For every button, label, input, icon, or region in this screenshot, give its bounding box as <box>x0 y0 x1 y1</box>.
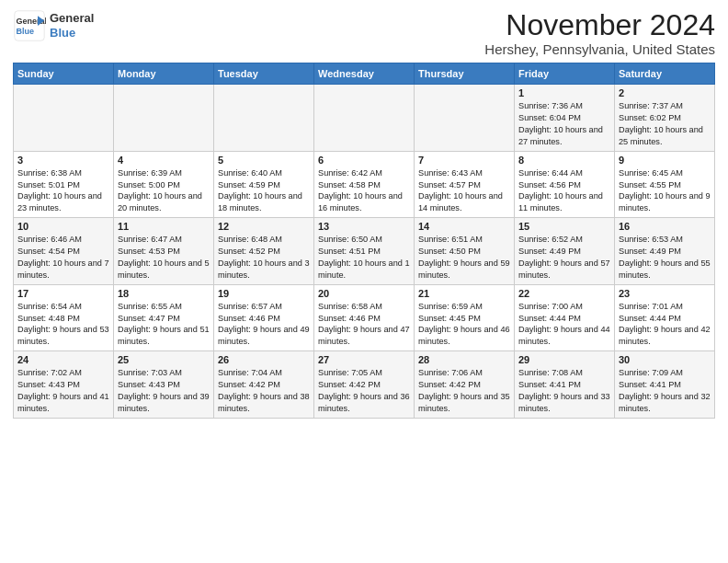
day-number: 8 <box>518 155 610 166</box>
calendar-cell <box>114 85 214 152</box>
weekday-row: SundayMondayTuesdayWednesdayThursdayFrid… <box>14 63 715 85</box>
day-info: Sunrise: 6:54 AMSunset: 4:48 PMDaylight:… <box>17 301 109 349</box>
day-info: Sunrise: 6:38 AMSunset: 5:01 PMDaylight:… <box>17 167 109 215</box>
calendar-week: 10Sunrise: 6:46 AMSunset: 4:54 PMDayligh… <box>14 218 715 285</box>
day-info: Sunrise: 6:52 AMSunset: 4:49 PMDaylight:… <box>518 234 610 282</box>
calendar-week: 1Sunrise: 7:36 AMSunset: 6:04 PMDaylight… <box>14 85 715 152</box>
calendar-cell: 17Sunrise: 6:54 AMSunset: 4:48 PMDayligh… <box>14 284 114 351</box>
day-number: 23 <box>619 288 711 299</box>
day-info: Sunrise: 7:04 AMSunset: 4:42 PMDaylight:… <box>218 367 310 415</box>
day-number: 25 <box>118 354 210 365</box>
calendar-header: SundayMondayTuesdayWednesdayThursdayFrid… <box>14 63 715 85</box>
svg-text:Blue: Blue <box>17 27 35 36</box>
day-number: 21 <box>418 288 510 299</box>
day-number: 18 <box>118 288 210 299</box>
calendar-cell <box>314 85 415 152</box>
day-info: Sunrise: 7:05 AMSunset: 4:42 PMDaylight:… <box>318 367 410 415</box>
calendar-cell: 10Sunrise: 6:46 AMSunset: 4:54 PMDayligh… <box>14 218 114 285</box>
calendar-cell: 6Sunrise: 6:42 AMSunset: 4:58 PMDaylight… <box>314 151 415 218</box>
calendar-cell <box>415 85 515 152</box>
day-number: 24 <box>17 354 109 365</box>
calendar-cell: 4Sunrise: 6:39 AMSunset: 5:00 PMDaylight… <box>114 151 214 218</box>
day-info: Sunrise: 6:44 AMSunset: 4:56 PMDaylight:… <box>518 167 610 215</box>
calendar-cell: 14Sunrise: 6:51 AMSunset: 4:50 PMDayligh… <box>415 218 515 285</box>
calendar-week: 17Sunrise: 6:54 AMSunset: 4:48 PMDayligh… <box>14 284 715 351</box>
calendar-week: 3Sunrise: 6:38 AMSunset: 5:01 PMDaylight… <box>14 151 715 218</box>
calendar-cell: 24Sunrise: 7:02 AMSunset: 4:43 PMDayligh… <box>14 351 114 419</box>
location: Hershey, Pennsylvania, United States <box>484 41 715 57</box>
calendar-cell: 23Sunrise: 7:01 AMSunset: 4:44 PMDayligh… <box>615 284 715 351</box>
weekday-header: Thursday <box>415 63 515 85</box>
day-number: 10 <box>17 221 109 232</box>
day-number: 20 <box>318 288 410 299</box>
day-number: 11 <box>118 221 210 232</box>
calendar-cell: 12Sunrise: 6:48 AMSunset: 4:52 PMDayligh… <box>214 218 314 285</box>
logo-icon: General Blue <box>13 9 46 42</box>
day-info: Sunrise: 6:39 AMSunset: 5:00 PMDaylight:… <box>118 167 210 215</box>
calendar-week: 24Sunrise: 7:02 AMSunset: 4:43 PMDayligh… <box>14 351 715 419</box>
day-info: Sunrise: 6:48 AMSunset: 4:52 PMDaylight:… <box>218 234 310 282</box>
title-area: November 2024 Hershey, Pennsylvania, Uni… <box>484 9 715 57</box>
day-info: Sunrise: 7:03 AMSunset: 4:43 PMDaylight:… <box>118 367 210 415</box>
day-info: Sunrise: 6:42 AMSunset: 4:58 PMDaylight:… <box>318 167 410 215</box>
month-title: November 2024 <box>484 9 715 41</box>
day-info: Sunrise: 6:45 AMSunset: 4:55 PMDaylight:… <box>619 167 711 215</box>
day-number: 22 <box>518 288 610 299</box>
calendar-cell: 11Sunrise: 6:47 AMSunset: 4:53 PMDayligh… <box>114 218 214 285</box>
calendar-cell: 8Sunrise: 6:44 AMSunset: 4:56 PMDaylight… <box>515 151 615 218</box>
day-info: Sunrise: 6:53 AMSunset: 4:49 PMDaylight:… <box>619 234 711 282</box>
day-info: Sunrise: 6:51 AMSunset: 4:50 PMDaylight:… <box>418 234 510 282</box>
logo-text: General Blue <box>50 11 94 40</box>
calendar-cell: 26Sunrise: 7:04 AMSunset: 4:42 PMDayligh… <box>214 351 314 419</box>
day-number: 29 <box>518 354 610 365</box>
calendar-cell: 19Sunrise: 6:57 AMSunset: 4:46 PMDayligh… <box>214 284 314 351</box>
weekday-header: Monday <box>114 63 214 85</box>
day-number: 4 <box>118 155 210 166</box>
header: General Blue General Blue November 2024 … <box>13 9 715 57</box>
day-number: 5 <box>218 155 310 166</box>
weekday-header: Friday <box>515 63 615 85</box>
day-info: Sunrise: 7:37 AMSunset: 6:02 PMDaylight:… <box>619 100 711 148</box>
day-number: 26 <box>218 354 310 365</box>
day-info: Sunrise: 6:55 AMSunset: 4:47 PMDaylight:… <box>118 301 210 349</box>
weekday-header: Tuesday <box>214 63 314 85</box>
calendar-cell <box>214 85 314 152</box>
logo-line2: Blue <box>50 26 75 40</box>
calendar-table: SundayMondayTuesdayWednesdayThursdayFrid… <box>13 63 715 419</box>
logo: General Blue General Blue <box>13 9 94 42</box>
calendar-cell: 29Sunrise: 7:08 AMSunset: 4:41 PMDayligh… <box>515 351 615 419</box>
calendar-cell: 7Sunrise: 6:43 AMSunset: 4:57 PMDaylight… <box>415 151 515 218</box>
calendar-cell: 3Sunrise: 6:38 AMSunset: 5:01 PMDaylight… <box>14 151 114 218</box>
day-info: Sunrise: 7:09 AMSunset: 4:41 PMDaylight:… <box>619 367 711 415</box>
day-number: 3 <box>17 155 109 166</box>
calendar-cell: 9Sunrise: 6:45 AMSunset: 4:55 PMDaylight… <box>615 151 715 218</box>
calendar-cell: 2Sunrise: 7:37 AMSunset: 6:02 PMDaylight… <box>615 85 715 152</box>
day-number: 2 <box>619 87 711 98</box>
day-info: Sunrise: 6:46 AMSunset: 4:54 PMDaylight:… <box>17 234 109 282</box>
day-number: 17 <box>17 288 109 299</box>
calendar-cell: 30Sunrise: 7:09 AMSunset: 4:41 PMDayligh… <box>615 351 715 419</box>
calendar-cell <box>14 85 114 152</box>
day-number: 14 <box>418 221 510 232</box>
day-number: 9 <box>619 155 711 166</box>
day-info: Sunrise: 6:57 AMSunset: 4:46 PMDaylight:… <box>218 301 310 349</box>
day-number: 30 <box>619 354 711 365</box>
day-number: 27 <box>318 354 410 365</box>
day-number: 16 <box>619 221 711 232</box>
day-info: Sunrise: 6:58 AMSunset: 4:46 PMDaylight:… <box>318 301 410 349</box>
calendar-cell: 22Sunrise: 7:00 AMSunset: 4:44 PMDayligh… <box>515 284 615 351</box>
weekday-header: Sunday <box>14 63 114 85</box>
calendar-cell: 25Sunrise: 7:03 AMSunset: 4:43 PMDayligh… <box>114 351 214 419</box>
day-info: Sunrise: 7:01 AMSunset: 4:44 PMDaylight:… <box>619 301 711 349</box>
calendar-cell: 16Sunrise: 6:53 AMSunset: 4:49 PMDayligh… <box>615 218 715 285</box>
day-number: 13 <box>318 221 410 232</box>
calendar-cell: 13Sunrise: 6:50 AMSunset: 4:51 PMDayligh… <box>314 218 415 285</box>
day-info: Sunrise: 7:06 AMSunset: 4:42 PMDaylight:… <box>418 367 510 415</box>
day-info: Sunrise: 6:59 AMSunset: 4:45 PMDaylight:… <box>418 301 510 349</box>
calendar-cell: 5Sunrise: 6:40 AMSunset: 4:59 PMDaylight… <box>214 151 314 218</box>
day-number: 6 <box>318 155 410 166</box>
calendar-cell: 21Sunrise: 6:59 AMSunset: 4:45 PMDayligh… <box>415 284 515 351</box>
calendar-body: 1Sunrise: 7:36 AMSunset: 6:04 PMDaylight… <box>14 85 715 419</box>
day-number: 15 <box>518 221 610 232</box>
day-number: 12 <box>218 221 310 232</box>
